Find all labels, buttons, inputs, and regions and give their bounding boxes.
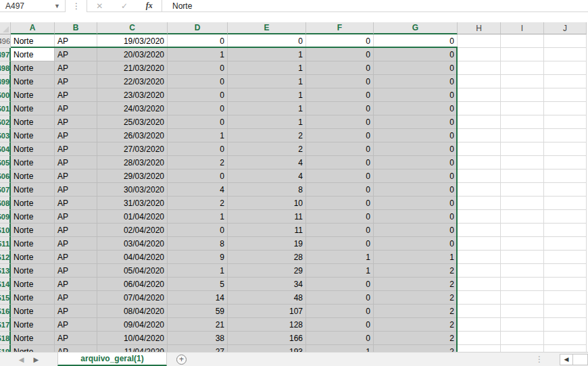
cell-a498[interactable]: Norte (11, 61, 55, 75)
cell-a505[interactable]: Norte (11, 156, 55, 169)
row-header-500[interactable]: 500 (0, 88, 11, 102)
cell-j500[interactable] (544, 88, 587, 102)
cell-e512[interactable]: 28 (228, 251, 306, 264)
cell-j509[interactable] (544, 210, 587, 224)
cell-d496[interactable]: 0 (168, 34, 228, 48)
cell-f508[interactable]: 0 (306, 197, 374, 210)
cell-h512[interactable] (458, 251, 501, 264)
cell-f514[interactable]: 0 (306, 278, 374, 291)
column-header-j[interactable]: J (544, 22, 587, 34)
sheet-tab-arquivo-geral[interactable]: arquivo_geral(1) (57, 352, 167, 366)
cell-c500[interactable]: 23/03/2020 (97, 88, 168, 102)
name-box-dropdown-icon[interactable]: ▼ (54, 3, 60, 9)
horizontal-scrollbar[interactable]: ◀ (560, 352, 588, 366)
cell-a509[interactable]: Norte (11, 210, 55, 224)
cell-e518[interactable]: 166 (228, 332, 306, 345)
cell-b517[interactable]: AP (55, 318, 97, 332)
cell-i514[interactable] (501, 278, 544, 291)
cell-a507[interactable]: Norte (11, 183, 55, 197)
row-header-496[interactable]: 496 (0, 34, 11, 48)
cell-c507[interactable]: 30/03/2020 (97, 183, 168, 197)
cell-j503[interactable] (544, 129, 587, 142)
cell-j498[interactable] (544, 61, 587, 75)
cell-g499[interactable]: 0 (374, 75, 458, 88)
cell-c504[interactable]: 27/03/2020 (97, 142, 168, 156)
cell-b515[interactable]: AP (55, 291, 97, 305)
cell-b508[interactable]: AP (55, 197, 97, 210)
cell-j516[interactable] (544, 305, 587, 318)
cell-f499[interactable]: 0 (306, 75, 374, 88)
cell-a508[interactable]: Norte (11, 197, 55, 210)
cell-b507[interactable]: AP (55, 183, 97, 197)
cell-h501[interactable] (458, 102, 501, 115)
row-header-510[interactable]: 510 (0, 224, 11, 237)
row-header-505[interactable]: 505 (0, 156, 11, 169)
cell-d512[interactable]: 9 (168, 251, 228, 264)
scroll-left-icon[interactable]: ◀ (560, 354, 573, 365)
cell-c498[interactable]: 21/03/2020 (97, 61, 168, 75)
cell-h502[interactable] (458, 115, 501, 129)
cell-a510[interactable]: Norte (11, 224, 55, 237)
cell-f506[interactable]: 0 (306, 169, 374, 183)
enter-icon[interactable]: ✓ (121, 1, 128, 11)
cell-e513[interactable]: 29 (228, 264, 306, 278)
cell-b506[interactable]: AP (55, 169, 97, 183)
cell-g511[interactable]: 0 (374, 237, 458, 251)
cell-h496[interactable] (458, 34, 501, 48)
cell-h511[interactable] (458, 237, 501, 251)
cell-g502[interactable]: 0 (374, 115, 458, 129)
cell-i510[interactable] (501, 224, 544, 237)
cell-h508[interactable] (458, 197, 501, 210)
cell-j519[interactable] (544, 345, 587, 352)
cell-i517[interactable] (501, 318, 544, 332)
cell-f517[interactable]: 0 (306, 318, 374, 332)
cell-b510[interactable]: AP (55, 224, 97, 237)
cell-g501[interactable]: 0 (374, 102, 458, 115)
cell-e514[interactable]: 34 (228, 278, 306, 291)
cell-f497[interactable]: 0 (306, 48, 374, 61)
row-header-498[interactable]: 498 (0, 61, 11, 75)
cell-c501[interactable]: 24/03/2020 (97, 102, 168, 115)
row-header-519[interactable]: 519 (0, 345, 11, 352)
cell-e516[interactable]: 107 (228, 305, 306, 318)
cell-g517[interactable]: 2 (374, 318, 458, 332)
column-header-f[interactable]: F (306, 22, 374, 34)
cell-h504[interactable] (458, 142, 501, 156)
cell-f519[interactable]: 1 (306, 345, 374, 352)
cell-e499[interactable]: 1 (228, 75, 306, 88)
cancel-icon[interactable]: ✕ (96, 1, 103, 11)
cell-j506[interactable] (544, 169, 587, 183)
cell-e510[interactable]: 11 (228, 224, 306, 237)
cell-e519[interactable]: 193 (228, 345, 306, 352)
cell-a511[interactable]: Norte (11, 237, 55, 251)
cell-f509[interactable]: 0 (306, 210, 374, 224)
column-header-i[interactable]: I (501, 22, 544, 34)
column-header-g[interactable]: G (374, 22, 458, 34)
cell-f518[interactable]: 0 (306, 332, 374, 345)
cell-c497[interactable]: 20/03/2020 (97, 48, 168, 61)
cell-i519[interactable] (501, 345, 544, 352)
cell-d503[interactable]: 1 (168, 129, 228, 142)
cell-j497[interactable] (544, 48, 587, 61)
cell-b496[interactable]: AP (55, 34, 97, 48)
cell-d502[interactable]: 0 (168, 115, 228, 129)
name-box[interactable]: A497 ▼ (0, 0, 66, 12)
cell-f504[interactable]: 0 (306, 142, 374, 156)
cell-i500[interactable] (501, 88, 544, 102)
formula-bar-splitter-icon[interactable]: ⋮ (70, 0, 82, 12)
column-header-h[interactable]: H (458, 22, 501, 34)
row-header-499[interactable]: 499 (0, 75, 11, 88)
row-header-497[interactable]: 497 (0, 48, 11, 61)
cell-d504[interactable]: 0 (168, 142, 228, 156)
cell-d516[interactable]: 59 (168, 305, 228, 318)
prev-sheet-icon[interactable]: ◀ (19, 356, 24, 363)
cell-b499[interactable]: AP (55, 75, 97, 88)
cell-g514[interactable]: 2 (374, 278, 458, 291)
cell-i496[interactable] (501, 34, 544, 48)
cell-e503[interactable]: 2 (228, 129, 306, 142)
cell-h515[interactable] (458, 291, 501, 305)
cell-f498[interactable]: 0 (306, 61, 374, 75)
cell-g518[interactable]: 2 (374, 332, 458, 345)
scrollbar-thumb[interactable] (573, 354, 588, 365)
cell-c514[interactable]: 06/04/2020 (97, 278, 168, 291)
